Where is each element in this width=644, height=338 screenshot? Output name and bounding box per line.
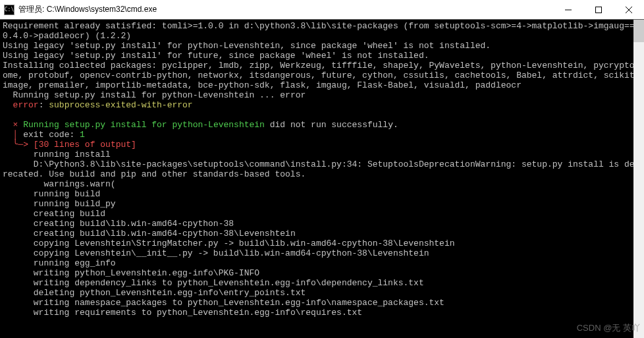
terminal-line: running build [3, 189, 641, 199]
terminal-line: running install [3, 150, 641, 159]
terminal-line: writing requirements to python_Levenshte… [3, 308, 641, 318]
terminal-line: Installing collected packages: pyclipper… [3, 61, 641, 90]
terminal-line: │ exit code: 1 [3, 130, 641, 140]
terminal-output[interactable]: Requirement already satisfied: tomli>=1.… [0, 20, 644, 338]
svg-rect-1 [596, 7, 602, 13]
terminal-line: copying Levenshtein\StringMatcher.py -> … [3, 239, 641, 248]
terminal-line [3, 110, 641, 120]
window-titlebar: C:\ 管理员: C:\Windows\system32\cmd.exe [0, 0, 644, 20]
terminal-line: running egg_info [3, 258, 641, 268]
terminal-line: copying Levenshtein\__init__.py -> build… [3, 248, 641, 258]
terminal-line: Using legacy 'setup.py install' for pyth… [3, 41, 641, 51]
terminal-line: writing python_Levenshtein.egg-info\PKG-… [3, 268, 641, 278]
minimize-button[interactable] [553, 0, 583, 19]
terminal-line: ╰─> [30 lines of output] [3, 140, 641, 150]
watermark-text: CSDN @无 英吖 [577, 322, 640, 334]
terminal-line: Requirement already satisfied: tomli>=1.… [3, 21, 641, 41]
close-button[interactable] [614, 0, 644, 19]
window-title: 管理员: C:\Windows\system32\cmd.exe [18, 4, 553, 15]
terminal-line: creating build\lib.win-amd64-cpython-38 [3, 219, 641, 229]
terminal-line: error: subprocess-exited-with-error [3, 100, 641, 110]
terminal-line: creating build\lib.win-amd64-cpython-38\… [3, 229, 641, 239]
cmd-icon: C:\ [4, 5, 14, 15]
vertical-scrollbar[interactable] [633, 20, 644, 338]
terminal-line: writing namespace_packages to python_Lev… [3, 298, 641, 308]
terminal-line: creating build [3, 209, 641, 219]
window-controls [553, 0, 644, 19]
scrollbar-thumb[interactable] [633, 20, 644, 42]
terminal-line: × Running setup.py install for python-Le… [3, 120, 641, 130]
terminal-line: writing dependency_links to python_Leven… [3, 278, 641, 288]
terminal-line: warnings.warn( [3, 179, 641, 189]
terminal-line: running build_py [3, 199, 641, 209]
maximize-button[interactable] [583, 0, 614, 19]
terminal-line: Using legacy 'setup.py install' for futu… [3, 51, 641, 61]
terminal-line: Running setup.py install for python-Leve… [3, 90, 641, 100]
terminal-line: D:\Python3.8\lib\site-packages\setuptool… [3, 159, 641, 179]
terminal-line: deleting python_Levenshtein.egg-info\ent… [3, 288, 641, 298]
